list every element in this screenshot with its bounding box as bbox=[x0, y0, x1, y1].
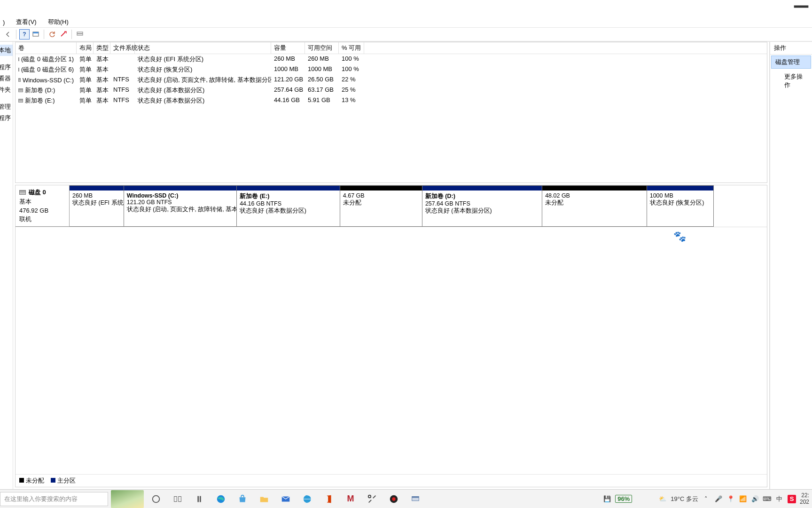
toolbar-refresh-button[interactable] bbox=[47, 29, 57, 40]
col-volume[interactable]: 卷 bbox=[16, 42, 77, 54]
volume-type: 基本 bbox=[94, 96, 110, 105]
tray-date: 202 bbox=[800, 499, 809, 505]
volume-row[interactable]: (磁盘 0 磁盘分区 6)简单基本状态良好 (恢复分区)1000 MB1000 … bbox=[16, 64, 767, 75]
col-pct[interactable]: % 可用 bbox=[339, 42, 364, 54]
sidebar-tree[interactable]: 本地) 计划程序 查看器 文件夹 管理 用程序 bbox=[0, 42, 13, 489]
col-layout[interactable]: 布局 bbox=[77, 42, 94, 54]
tray-mic-icon[interactable]: 🎤 bbox=[714, 495, 723, 503]
volume-row[interactable]: (磁盘 0 磁盘分区 1)简单基本状态良好 (EFI 系统分区)260 MB26… bbox=[16, 54, 767, 64]
sidebar-node[interactable]: 用程序 bbox=[0, 112, 13, 124]
legend-swatch-primary bbox=[51, 478, 55, 483]
menubar: ) 查看(V) 帮助(H) bbox=[0, 17, 812, 27]
volume-name: (磁盘 0 磁盘分区 1) bbox=[21, 55, 74, 64]
menu-help[interactable]: 帮助(H) bbox=[45, 17, 71, 27]
toolbar-separator bbox=[71, 30, 72, 39]
toolbar-list-button[interactable] bbox=[75, 29, 85, 40]
sidebar-node[interactable]: 本地) bbox=[0, 45, 13, 56]
tray-drive-icon[interactable]: 💾 bbox=[603, 495, 611, 503]
tray-ime-icon[interactable]: 中 bbox=[775, 495, 784, 503]
disk-map[interactable]: 磁盘 0 基本 476.92 GB 联机 260 MB状态良好 (EFI 系统W… bbox=[15, 185, 767, 487]
toolbar-action-button[interactable] bbox=[58, 29, 69, 40]
col-capacity[interactable]: 容量 bbox=[271, 42, 305, 54]
menu-view[interactable]: 查看(V) bbox=[13, 17, 39, 27]
taskbar-mail-icon[interactable] bbox=[276, 490, 295, 508]
tray-location-icon[interactable]: 📍 bbox=[726, 495, 735, 503]
taskbar-taskview-icon[interactable] bbox=[168, 490, 187, 508]
system-tray: 💾 96% ⛅ 19°C 多云 ˄ 🎤 📍 📶 🔊 ⌨ 中 S 22: 202 bbox=[603, 492, 812, 505]
sidebar-node[interactable]: 查看器 bbox=[0, 73, 13, 84]
volume-free: 63.17 GB bbox=[305, 86, 339, 95]
actions-selected[interactable]: 磁盘管理 bbox=[771, 56, 811, 69]
taskbar-office-icon[interactable] bbox=[320, 490, 338, 508]
toolbar-console-button[interactable] bbox=[31, 29, 41, 40]
partition[interactable]: 新加卷 (D:)257.64 GB NTFS状态良好 (基本数据分区) bbox=[422, 185, 542, 227]
volume-list[interactable]: 卷 布局 类型 文件系统 状态 容量 可用空间 % 可用 (磁盘 0 磁盘分区 … bbox=[15, 42, 767, 183]
taskbar-edge-icon[interactable] bbox=[211, 490, 230, 508]
volume-fs: NTFS bbox=[110, 96, 135, 105]
col-type[interactable]: 类型 bbox=[94, 42, 110, 54]
toolbar-help-button[interactable]: ? bbox=[19, 29, 30, 40]
partition[interactable]: 260 MB状态良好 (EFI 系统 bbox=[70, 185, 124, 227]
volume-pct: 25 % bbox=[339, 86, 364, 95]
partition[interactable]: 1000 MB状态良好 (恢复分区) bbox=[647, 185, 714, 227]
volume-row[interactable]: 新加卷 (E:)简单基本NTFS状态良好 (基本数据分区)44.16 GB5.9… bbox=[16, 95, 767, 106]
taskbar-store-icon[interactable] bbox=[233, 490, 252, 508]
col-status[interactable]: 状态 bbox=[135, 42, 271, 54]
taskbar-tools-icon[interactable] bbox=[363, 490, 382, 508]
tray-volume-icon[interactable]: 🔊 bbox=[751, 495, 759, 503]
tray-weather-text[interactable]: 19°C 多云 bbox=[671, 495, 698, 503]
disk-row[interactable]: 磁盘 0 基本 476.92 GB 联机 260 MB状态良好 (EFI 系统W… bbox=[16, 185, 767, 227]
volume-type: 基本 bbox=[94, 55, 110, 64]
volume-capacity: 257.64 GB bbox=[271, 86, 305, 95]
volume-free: 260 MB bbox=[305, 55, 339, 64]
tray-clock[interactable]: 22: 202 bbox=[800, 492, 810, 505]
tray-battery[interactable]: 96% bbox=[615, 495, 632, 503]
volume-capacity: 260 MB bbox=[271, 55, 305, 64]
disk-info: 磁盘 0 基本 476.92 GB 联机 bbox=[16, 185, 70, 227]
svg-rect-6 bbox=[174, 496, 177, 501]
tray-chevron-up-icon[interactable]: ˄ bbox=[702, 495, 710, 503]
col-free[interactable]: 可用空间 bbox=[305, 42, 339, 54]
col-fs[interactable]: 文件系统 bbox=[110, 42, 135, 54]
partition-size: 48.02 GB bbox=[545, 192, 570, 199]
partition-color-bar bbox=[340, 186, 422, 190]
taskbar-explorer-icon[interactable] bbox=[255, 490, 273, 508]
partition[interactable]: 新加卷 (E:)44.16 GB NTFS状态良好 (基本数据分区) bbox=[237, 185, 340, 227]
toolbar: ? bbox=[0, 27, 812, 41]
minimize-button[interactable] bbox=[790, 0, 812, 13]
taskbar-cortana-icon[interactable] bbox=[147, 490, 165, 508]
disk-type: 基本 bbox=[19, 198, 65, 206]
partition-name: 新加卷 (D:) bbox=[425, 192, 455, 200]
disk-size: 476.92 GB bbox=[19, 207, 65, 214]
taskbar-pause-icon[interactable] bbox=[190, 490, 209, 508]
svg-rect-4 bbox=[77, 34, 83, 35]
volume-free: 26.50 GB bbox=[305, 75, 339, 85]
actions-more[interactable]: 更多操作 bbox=[770, 70, 812, 92]
tray-keyboard-icon[interactable]: ⌨ bbox=[763, 495, 772, 503]
taskbar-widget-image[interactable] bbox=[111, 490, 144, 508]
search-placeholder: 在这里输入你要搜索的内容 bbox=[4, 495, 78, 503]
toolbar-back-button[interactable] bbox=[3, 29, 13, 40]
taskbar-diskmgmt-icon[interactable] bbox=[406, 490, 425, 508]
tray-weather-icon[interactable]: ⛅ bbox=[658, 495, 667, 503]
taskbar-rec-icon[interactable] bbox=[384, 490, 403, 508]
partition-name: 新加卷 (E:) bbox=[240, 192, 269, 200]
taskbar-search[interactable]: 在这里输入你要搜索的内容 bbox=[0, 492, 108, 506]
sidebar-node[interactable]: 文件夹 bbox=[0, 84, 13, 95]
tray-s-icon[interactable]: S bbox=[788, 495, 796, 503]
partition[interactable]: 48.02 GB未分配 bbox=[542, 185, 647, 227]
volume-row[interactable]: Windows-SSD (C:)简单基本NTFS状态良好 (启动, 页面文件, … bbox=[16, 75, 767, 85]
volume-icon bbox=[18, 68, 19, 71]
taskbar-browser-icon[interactable] bbox=[298, 490, 317, 508]
sidebar-node[interactable]: 管理 bbox=[0, 101, 13, 112]
volume-row[interactable]: 新加卷 (D:)简单基本NTFS状态良好 (基本数据分区)257.64 GB63… bbox=[16, 85, 767, 95]
partition-status: 状态良好 (基本数据分区) bbox=[425, 207, 492, 215]
partition[interactable]: 4.67 GB未分配 bbox=[340, 185, 422, 227]
actions-pane: 操作 磁盘管理 更多操作 bbox=[770, 42, 812, 489]
partition-size: 4.67 GB bbox=[343, 192, 365, 199]
sidebar-node[interactable]: 计划程序 bbox=[0, 62, 13, 73]
tray-wifi-icon[interactable]: 📶 bbox=[739, 495, 747, 503]
partition[interactable]: Windows-SSD (C:)121.20 GB NTFS状态良好 (启动, … bbox=[124, 185, 237, 227]
taskbar-app-m-icon[interactable]: M bbox=[341, 490, 360, 508]
partition-size: 44.16 GB NTFS bbox=[240, 200, 281, 207]
